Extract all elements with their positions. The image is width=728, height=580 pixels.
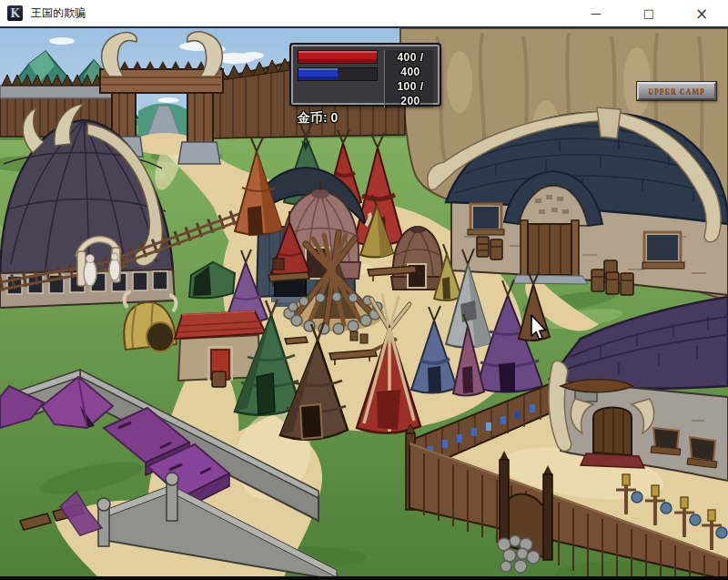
maximize-button[interactable]: □ [622,0,675,26]
hud-values: 400 / 400 100 / 200 [384,50,433,108]
gold-value: 0 [331,110,339,125]
game-window: K 王国的欺骗 — □ × [0,0,728,580]
hud-bars [298,50,381,108]
letterbox-strip [0,576,728,580]
area-plaque: UPPER CAMP [637,82,716,100]
gold-counter: 金币: 0 [298,110,433,127]
game-viewport[interactable]: 400 / 400 100 / 200 金币: 0 UPPER CAMP [0,28,728,580]
area-plaque-text: UPPER CAMP [648,87,705,96]
hp-fill [298,51,377,63]
gold-label: 金币: [298,110,328,125]
minimize-button[interactable]: — [570,0,622,26]
window-title: 王国的欺骗 [31,5,86,21]
hp-value: 400 / 400 [389,50,432,79]
health-bar [298,50,378,64]
mana-bar [298,67,378,81]
close-button[interactable]: × [675,0,728,26]
longhouse-window-left [468,204,504,235]
window-controls: — □ × [570,0,728,26]
mp-fill [298,68,338,80]
app-icon: K [7,5,23,21]
hud-panel: 400 / 400 100 / 200 金币: 0 [291,45,440,105]
title-bar: K 王国的欺骗 — □ × [0,0,728,28]
mp-value: 100 / 200 [389,79,432,108]
